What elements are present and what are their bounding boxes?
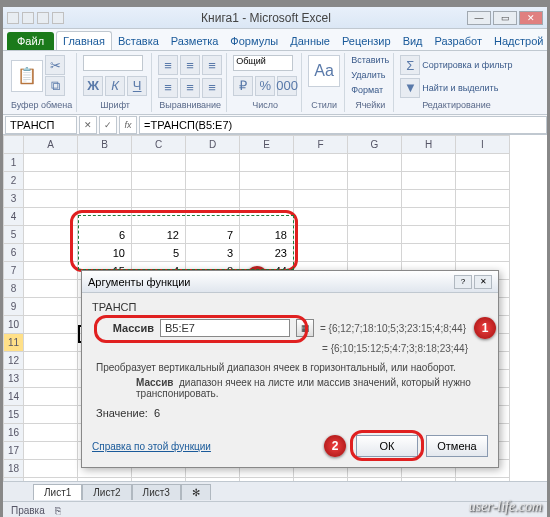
cancel-formula-icon[interactable]: ✕ [79,116,97,134]
align-top-icon[interactable]: ≡ [158,55,178,75]
fx-icon[interactable]: fx [119,116,137,134]
enter-formula-icon[interactable]: ✓ [99,116,117,134]
argument-description: Массив диапазон ячеек на листе или масси… [136,377,484,399]
qat-redo-icon[interactable] [52,12,64,24]
group-styles: Aa Стили [304,53,345,112]
col-header[interactable]: F [294,136,348,154]
cancel-button[interactable]: Отмена [426,435,488,457]
ok-button[interactable]: ОК [356,435,418,457]
find-select[interactable]: Найти и выделить [422,83,498,93]
tab-view[interactable]: Вид [397,32,429,50]
tab-review[interactable]: Рецензир [336,32,397,50]
col-header[interactable]: A [24,136,78,154]
qat-save-icon[interactable] [22,12,34,24]
new-sheet-tab[interactable]: ✻ [181,484,211,500]
align-right-icon[interactable]: ≡ [202,78,222,98]
status-macro-icon[interactable]: ⎘ [55,505,61,516]
col-header[interactable]: D [186,136,240,154]
number-format-select[interactable]: Общий [233,55,293,71]
sort-filter[interactable]: Сортировка и фильтр [422,60,512,70]
cells-format[interactable]: Формат [351,85,389,95]
dialog-help-icon[interactable]: ? [454,275,472,289]
watermark: user-life.com [469,499,542,515]
fill-icon[interactable]: ▼ [400,78,420,98]
group-editing-label: Редактирование [400,100,512,110]
align-btm-icon[interactable]: ≡ [202,55,222,75]
result-value: Значение: 6 [96,407,484,419]
function-description: Преобразует вертикальный диапазон ячеек … [96,362,484,373]
sheet-tab-1[interactable]: Лист1 [33,484,82,500]
tab-home[interactable]: Главная [56,31,112,50]
col-header[interactable]: G [348,136,402,154]
sheet-tab-2[interactable]: Лист2 [82,484,131,500]
col-header[interactable]: C [132,136,186,154]
window-title: Книга1 - Microsoft Excel [67,11,465,25]
col-header[interactable]: H [402,136,456,154]
status-bar: Правка ⎘ [3,501,547,517]
callout-1b: 1 [474,317,496,339]
name-box[interactable]: ТРАНСП [5,116,77,134]
qat-undo-icon[interactable] [37,12,49,24]
col-header[interactable]: I [456,136,510,154]
arg-label: Массив [104,322,154,334]
tab-data[interactable]: Данные [284,32,336,50]
formula-input[interactable]: =ТРАНСП(B5:E7) [139,116,547,134]
cells-delete[interactable]: Удалить [351,70,389,80]
group-editing: Σ Сортировка и фильтр ▼ Найти и выделить… [396,53,516,112]
italic-icon[interactable]: К [105,76,125,96]
ribbon-tabs: Файл Главная Вставка Разметка Формулы Да… [3,29,547,51]
file-tab[interactable]: Файл [7,32,54,50]
ribbon: 📋 ✂ ⧉ Буфер обмена Ж К Ч Шрифт ≡ ≡ ≡ [3,51,547,115]
tab-formulas[interactable]: Формулы [224,32,284,50]
dialog-titlebar[interactable]: Аргументы функции ? ✕ [82,271,498,293]
underline-icon[interactable]: Ч [127,76,147,96]
group-clipboard: 📋 ✂ ⧉ Буфер обмена [7,53,77,112]
arg-input[interactable]: B5:E7 [160,319,290,337]
group-number-label: Число [233,100,297,110]
copy-icon[interactable]: ⧉ [45,76,65,96]
autosum-icon[interactable]: Σ [400,55,420,75]
cell-b5[interactable]: 6 [78,226,132,244]
minimize-button[interactable]: — [467,11,491,25]
col-header[interactable]: B [78,136,132,154]
tab-dev[interactable]: Разработ [429,32,488,50]
align-center-icon[interactable]: ≡ [180,78,200,98]
cells-insert[interactable]: Вставить [351,55,389,65]
tab-layout[interactable]: Разметка [165,32,225,50]
maximize-button[interactable]: ▭ [493,11,517,25]
percent-icon[interactable]: % [255,76,275,96]
bold-icon[interactable]: Ж [83,76,103,96]
group-align-label: Выравнивание [158,100,222,110]
currency-icon[interactable]: ₽ [233,76,253,96]
font-family-select[interactable] [83,55,143,71]
group-cells: Вставить Удалить Формат Ячейки [347,53,394,112]
close-button[interactable]: ✕ [519,11,543,25]
help-link[interactable]: Справка по этой функции [92,441,211,452]
group-clipboard-label: Буфер обмена [11,100,72,110]
align-mid-icon[interactable]: ≡ [180,55,200,75]
qat-excel-icon[interactable] [7,12,19,24]
align-left-icon[interactable]: ≡ [158,78,178,98]
titlebar: Книга1 - Microsoft Excel — ▭ ✕ [3,7,547,29]
group-number: Общий ₽ % 000 Число [229,53,302,112]
function-name: ТРАНСП [92,301,488,313]
select-all-cell[interactable] [4,136,24,154]
cut-icon[interactable]: ✂ [45,55,65,75]
app-window: Книга1 - Microsoft Excel — ▭ ✕ Файл Глав… [2,6,548,510]
sheet-tab-bar: Лист1 Лист2 Лист3 ✻ [3,481,547,501]
function-arguments-dialog: Аргументы функции ? ✕ ТРАНСП Массив B5:E… [81,270,499,468]
styles-button[interactable]: Aa [308,55,340,87]
collapse-dialog-icon[interactable]: ▦ [296,319,314,337]
worksheet-area[interactable]: A B C D E F G H I 1 2 3 4 5612718 610532… [3,135,547,481]
group-font: Ж К Ч Шрифт [79,53,152,112]
arg-preview: = {6;12;7;18:10;5;3;23:15;4;8;44} [320,323,466,334]
comma-icon[interactable]: 000 [277,76,297,96]
sheet-tab-3[interactable]: Лист3 [132,484,181,500]
tab-insert[interactable]: Вставка [112,32,165,50]
dialog-title-text: Аргументы функции [88,276,191,288]
tab-addins[interactable]: Надстрой [488,32,549,50]
dialog-close-icon[interactable]: ✕ [474,275,492,289]
result-preview: = {6;10;15:12;5;4:7;3;8:18;23;44} [92,343,468,354]
paste-button[interactable]: 📋 [11,60,43,92]
col-header[interactable]: E [240,136,294,154]
